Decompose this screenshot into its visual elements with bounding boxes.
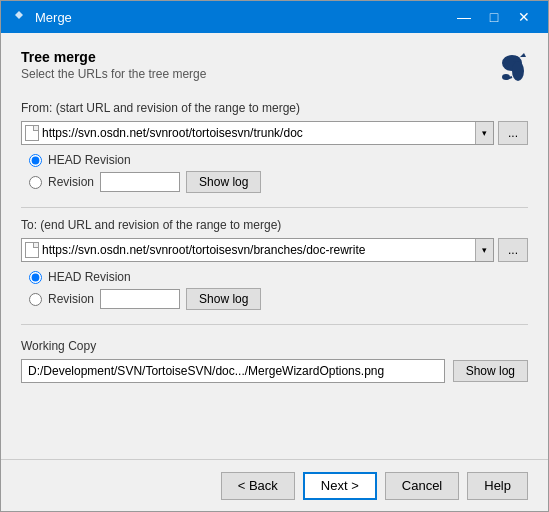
header-section: Tree merge Select the URLs for the tree … [21, 49, 528, 85]
working-copy-row: Show log [21, 359, 528, 383]
to-revision-radio[interactable] [29, 293, 42, 306]
window-title: Merge [35, 10, 72, 25]
from-radio-group: HEAD Revision Revision Show log [21, 153, 528, 193]
to-radio-group: HEAD Revision Revision Show log [21, 270, 528, 310]
header-text: Tree merge Select the URLs for the tree … [21, 49, 206, 81]
maximize-button[interactable]: □ [480, 6, 508, 28]
help-button[interactable]: Help [467, 472, 528, 500]
to-browse-button[interactable]: ... [498, 238, 528, 262]
svg-point-1 [512, 61, 524, 81]
to-head-revision-label[interactable]: HEAD Revision [48, 270, 131, 284]
minimize-button[interactable]: — [450, 6, 478, 28]
footer: < Back Next > Cancel Help [1, 459, 548, 511]
working-copy-label: Working Copy [21, 339, 528, 353]
to-url-dropdown-arrow[interactable]: ▾ [475, 239, 493, 261]
working-copy-show-log-button[interactable]: Show log [453, 360, 528, 382]
to-revision-input[interactable] [100, 289, 180, 309]
next-button[interactable]: Next > [303, 472, 377, 500]
dialog-title: Tree merge [21, 49, 206, 65]
svg-point-2 [513, 56, 519, 62]
svn-logo-icon [492, 49, 528, 85]
from-show-log-button[interactable]: Show log [186, 171, 261, 193]
from-url-select[interactable]: https://svn.osdn.net/svnroot/tortoisesvn… [21, 121, 494, 145]
merge-window: Merge — □ ✕ Tree merge Select the URLs f… [0, 0, 549, 512]
cancel-button[interactable]: Cancel [385, 472, 459, 500]
close-button[interactable]: ✕ [510, 6, 538, 28]
from-file-icon [25, 125, 39, 141]
to-head-revision-row: HEAD Revision [29, 270, 528, 284]
working-copy-section: Working Copy Show log [21, 339, 528, 383]
from-url-dropdown-arrow[interactable]: ▾ [475, 122, 493, 144]
from-url-text: https://svn.osdn.net/svnroot/tortoisesvn… [42, 126, 475, 140]
to-show-log-button[interactable]: Show log [186, 288, 261, 310]
title-bar: Merge — □ ✕ [1, 1, 548, 33]
to-section: To: (end URL and revision of the range t… [21, 218, 528, 314]
from-head-revision-label[interactable]: HEAD Revision [48, 153, 131, 167]
from-revision-input[interactable] [100, 172, 180, 192]
from-revision-row: Revision Show log [29, 171, 528, 193]
to-revision-label[interactable]: Revision [48, 292, 94, 306]
from-browse-button[interactable]: ... [498, 121, 528, 145]
dialog-content: Tree merge Select the URLs for the tree … [1, 33, 548, 459]
back-button[interactable]: < Back [221, 472, 295, 500]
to-url-text: https://svn.osdn.net/svnroot/tortoisesvn… [42, 243, 475, 257]
svg-marker-3 [520, 53, 526, 57]
title-bar-left: Merge [11, 9, 72, 25]
from-revision-label[interactable]: Revision [48, 175, 94, 189]
from-url-row: https://svn.osdn.net/svnroot/tortoisesvn… [21, 121, 528, 145]
working-copy-input[interactable] [21, 359, 445, 383]
dialog-subtitle: Select the URLs for the tree merge [21, 67, 206, 81]
section-divider-2 [21, 324, 528, 325]
from-label: From: (start URL and revision of the ran… [21, 101, 528, 115]
to-url-row: https://svn.osdn.net/svnroot/tortoisesvn… [21, 238, 528, 262]
section-divider [21, 207, 528, 208]
merge-app-icon [11, 9, 27, 25]
to-head-revision-radio[interactable] [29, 271, 42, 284]
to-file-icon [25, 242, 39, 258]
from-section: From: (start URL and revision of the ran… [21, 101, 528, 197]
to-label: To: (end URL and revision of the range t… [21, 218, 528, 232]
from-revision-radio[interactable] [29, 176, 42, 189]
to-url-select[interactable]: https://svn.osdn.net/svnroot/tortoisesvn… [21, 238, 494, 262]
to-revision-row: Revision Show log [29, 288, 528, 310]
title-bar-controls: — □ ✕ [450, 6, 538, 28]
from-head-revision-row: HEAD Revision [29, 153, 528, 167]
from-head-revision-radio[interactable] [29, 154, 42, 167]
